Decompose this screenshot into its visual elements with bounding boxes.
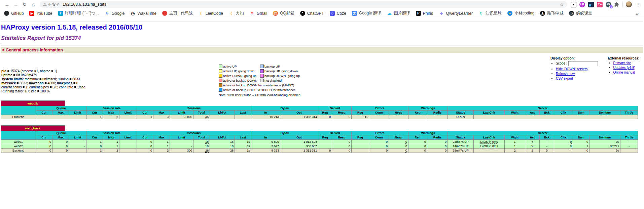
translate-extension-icon[interactable]: 文A xyxy=(597,2,603,7)
column-header: Retr xyxy=(408,111,427,115)
bookmark-label: 小林coding xyxy=(514,10,534,16)
stats-area: web_lbQueueSession rateSessionsBytesDeni… xyxy=(1,100,643,153)
bookmark-label: 知识星球 xyxy=(486,10,502,16)
legend-swatch xyxy=(219,65,222,68)
bookmark-item[interactable]: ◆QwertyLearner xyxy=(439,11,473,16)
stat-cell: 0 xyxy=(332,144,352,149)
column-header: Cur xyxy=(36,135,52,140)
legend-swatch xyxy=(260,79,264,82)
w-extension-icon[interactable]: W6 xyxy=(606,2,611,7)
bookmark-item[interactable]: 主页 | 代码战 xyxy=(162,10,193,16)
bookmark-item[interactable]: *ChatGPT xyxy=(300,11,324,16)
bookmark-item[interactable]: C知识星球 xyxy=(478,10,502,16)
column-header: Status xyxy=(448,111,474,115)
scope-input[interactable] xyxy=(568,61,598,66)
zsxq-icon: C xyxy=(478,11,484,16)
column-header: Chk xyxy=(554,135,573,140)
stat-cell: 0 xyxy=(408,140,427,144)
google-translate-icon: 文 xyxy=(352,11,357,16)
legend-label: backup DOWN, going up xyxy=(264,73,300,78)
blackbox-extension-icon[interactable] xyxy=(571,2,576,7)
display-option-link[interactable]: Hide 'DOWN' servers xyxy=(556,67,587,71)
external-resource-link[interactable]: Online manual xyxy=(613,71,635,74)
legend-label: active or backup DOWN xyxy=(223,78,260,83)
bookmark-star-icon[interactable]: ☆ xyxy=(560,2,564,7)
stat-cell: 1 382 314 xyxy=(280,115,318,119)
bookmark-label: QQ邮箱 xyxy=(280,10,294,16)
stat-cell: 0 xyxy=(408,144,427,149)
stat-cell xyxy=(408,115,427,119)
column-header: Total xyxy=(193,135,210,140)
column-header: Redis xyxy=(427,135,448,140)
stat-cell: 0 xyxy=(389,140,408,144)
stat-cell: 28m47s UP xyxy=(448,140,474,144)
bookmark-item[interactable]: @QQ邮箱 xyxy=(273,10,294,16)
stat-cell: 6s xyxy=(235,144,251,149)
bookmark-item[interactable]: GGoogle xyxy=(105,11,125,16)
column-header: Bck xyxy=(540,111,554,115)
display-option-link[interactable]: CSV export xyxy=(556,77,573,80)
bookmark-item[interactable]: MGmail xyxy=(250,11,267,16)
browser-menu-button[interactable]: ⋮ xyxy=(635,2,641,7)
display-options: Display option: Scope : Hide 'DOWN' serv… xyxy=(550,56,598,81)
forward-button[interactable]: → xyxy=(11,1,20,8)
bookmark-item[interactable]: ●小林coding xyxy=(507,10,534,16)
bookmark-item[interactable]: ᴛ哔哩哔哩 ( ˚- ˚)つ... xyxy=(58,10,99,16)
profile-avatar[interactable] xyxy=(626,1,632,7)
row-name: web02 xyxy=(1,144,36,149)
page-title-link[interactable]: HAProxy version 1.5.18, released 2016/05… xyxy=(1,24,142,31)
security-chip[interactable]: ⚠ 不安全 xyxy=(43,2,60,7)
leetcode-icon: ( xyxy=(229,11,234,16)
bookmark-item[interactable]: (力扣 xyxy=(229,10,244,16)
stat-cell: 0 xyxy=(36,144,52,149)
column-header: Max xyxy=(52,111,69,115)
stat-cell: 1 xyxy=(137,115,153,119)
column-header: Dwn xyxy=(573,135,589,140)
back-button[interactable]: ← xyxy=(3,1,11,8)
bookmarks-overflow-button[interactable]: » xyxy=(635,11,640,16)
stats-table-block: web_lbQueueSession rateSessionsBytesDeni… xyxy=(1,100,643,119)
bookmark-item[interactable]: ◷WakaTime xyxy=(130,11,156,16)
bookmark-item[interactable]: ☺Coze xyxy=(330,11,346,16)
external-resource-link[interactable]: Primary site xyxy=(613,61,631,65)
bookmark-item[interactable]: S蚂蚁课堂 xyxy=(569,10,592,16)
stat-cell: 338 687 xyxy=(280,144,318,149)
external-resource-link[interactable]: Updates (v1.5) xyxy=(613,66,636,70)
tray-extension-icon[interactable] xyxy=(588,2,594,7)
column-header: Status xyxy=(448,135,474,140)
stat-cell: Y xyxy=(525,140,540,144)
stat-cell xyxy=(36,115,86,119)
process-info-line: system limits: memmax = unlimited; ulimi… xyxy=(1,77,219,81)
stat-cell: 0 xyxy=(427,149,448,153)
extension-area: LR 文A W6 ⋮ xyxy=(571,1,641,7)
stat-cell xyxy=(352,149,369,153)
bookmark-item[interactable]: ♟路飞学城 xyxy=(540,10,563,16)
stat-cell: 1s xyxy=(235,140,251,144)
stat-cell: - xyxy=(620,144,638,149)
column-header: Dwntme xyxy=(589,111,620,115)
address-bar[interactable]: ⚠ 不安全 192.168.6.131/ha_stats ☆ xyxy=(40,1,567,8)
stat-cell: 0s xyxy=(589,149,620,153)
display-option-link[interactable]: Refresh now xyxy=(556,72,575,76)
bookmark-item[interactable]: PPhind xyxy=(416,11,433,16)
legend-label: active or backup SOFT STOPPED for mainte… xyxy=(223,87,300,92)
extensions-puzzle-icon[interactable] xyxy=(614,2,619,7)
stat-cell: 1s xyxy=(235,149,251,153)
bookmark-item[interactable]: ▶YouTube xyxy=(29,11,52,16)
home-button[interactable]: ⌂ xyxy=(29,1,38,8)
toolbar-separator xyxy=(622,2,623,7)
bookmark-item[interactable]: (LeetCode xyxy=(199,11,223,16)
stat-cell xyxy=(318,140,332,144)
stat-cell: 3 000 xyxy=(170,115,193,119)
reload-button[interactable]: ↻ xyxy=(20,1,29,8)
bookmark-item[interactable]: ☁图片翻译 xyxy=(387,10,410,16)
stat-cell: 0 xyxy=(52,140,69,144)
lr-extension-icon[interactable]: LR xyxy=(579,2,585,7)
stat-cell: 0 xyxy=(318,149,332,153)
bookmark-item[interactable]: GitHub xyxy=(4,11,24,16)
stats-table: QueueSession rateSessionsBytesDeniedErro… xyxy=(1,106,638,119)
stats-table: QueueSession rateSessionsBytesDeniedErro… xyxy=(1,131,638,153)
bookmark-item[interactable]: 文Google 翻译 xyxy=(352,10,381,16)
stat-cell: 0 xyxy=(332,140,352,144)
column-header: Cur xyxy=(137,135,153,140)
